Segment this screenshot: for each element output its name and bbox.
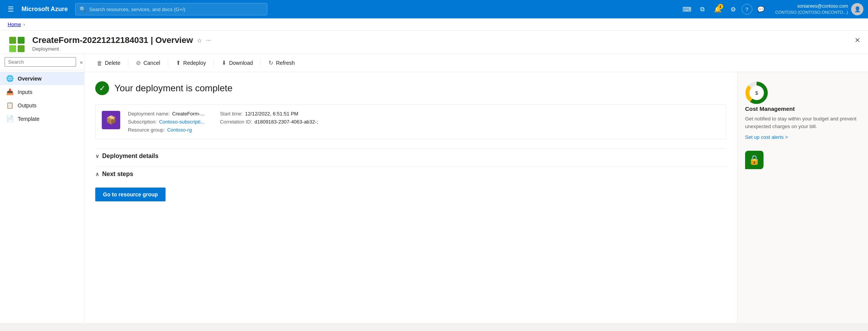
sidebar-item-template[interactable]: 📄 Template <box>0 112 84 125</box>
global-search-bar: 🔍 <box>75 3 267 15</box>
inputs-icon: 📥 <box>6 88 14 96</box>
hamburger-menu[interactable]: ☰ <box>5 3 17 15</box>
refresh-icon: ↻ <box>268 59 273 66</box>
toolbar-divider-3 <box>214 58 214 68</box>
refresh-button[interactable]: ↻ Refresh <box>264 57 299 69</box>
sidebar: « 🌐 Overview 📥 Inputs 📋 Outputs 📄 Templa… <box>0 54 84 323</box>
feedback-icon[interactable]: 💬 <box>754 2 768 16</box>
brand-name: Microsoft Azure <box>22 6 68 13</box>
cost-management-title: Cost Management <box>745 105 860 112</box>
next-steps-content: Go to resource group <box>95 181 726 207</box>
user-info-text: soniarees@contoso.com CONTOSO (CONTOSO.O… <box>775 3 848 15</box>
global-search-input[interactable] <box>89 7 263 12</box>
detail-row-name: Deployment name: CreateForm-... <box>128 111 205 117</box>
deployment-main: ✓ Your deployment is complete 📦 Deployme… <box>84 72 737 323</box>
delete-label: Delete <box>105 60 120 66</box>
breadcrumb-chevron: › <box>23 21 25 27</box>
sidebar-search-input[interactable] <box>5 57 76 67</box>
success-icon: ✓ <box>95 81 109 95</box>
toolbar-divider-4 <box>260 58 261 68</box>
close-icon[interactable]: ✕ <box>855 36 860 44</box>
next-steps-header[interactable]: ∧ Next steps <box>95 166 726 181</box>
user-profile[interactable]: soniarees@contoso.com CONTOSO (CONTOSO.O… <box>775 3 863 15</box>
download-label: Download <box>229 60 253 66</box>
sidebar-collapse-button[interactable]: « <box>78 58 84 67</box>
help-icon[interactable]: ? <box>742 4 752 15</box>
next-steps-chevron: ∧ <box>95 171 99 177</box>
title-row: CreateForm-20221212184031 | Overview ☆ ·… <box>32 35 860 45</box>
page-title: CreateForm-20221212184031 | Overview <box>32 35 193 45</box>
redeploy-button[interactable]: ⬆ Redeploy <box>171 57 210 69</box>
deployment-details-section: ∨ Deployment details <box>95 148 726 163</box>
correlation-id-value: d1809183-2307-4063-ab32-; <box>254 119 318 125</box>
toolbar: 🗑 Delete ⊘ Cancel ⬆ Redeploy ⬇ Download … <box>84 54 868 72</box>
download-icon: ⬇ <box>222 59 227 66</box>
toolbar-divider-1 <box>128 58 128 68</box>
sidebar-item-inputs[interactable]: 📥 Inputs <box>0 85 84 99</box>
success-message: Your deployment is complete <box>114 83 232 94</box>
sidebar-item-inputs-label: Inputs <box>18 89 32 95</box>
delete-icon: 🗑 <box>97 60 103 66</box>
detail-row-correlation: Correlation ID: d1809183-2307-4063-ab32-… <box>220 119 318 125</box>
toolbar-divider-2 <box>168 58 168 68</box>
page-header: CreateForm-20221212184031 | Overview ☆ ·… <box>0 31 868 54</box>
more-options-icon[interactable]: ··· <box>206 37 211 44</box>
cloud-shell-icon[interactable]: ⌨ <box>680 2 694 16</box>
portal-settings-icon[interactable]: ⧉ <box>696 2 709 16</box>
detail-row-resource-group: Resource group: Contoso-rg <box>128 127 205 133</box>
cancel-button[interactable]: ⊘ Cancel <box>131 57 165 69</box>
sidebar-item-outputs-label: Outputs <box>18 102 36 109</box>
breadcrumb-home[interactable]: Home <box>8 21 21 27</box>
search-icon: 🔍 <box>80 6 86 12</box>
cost-alerts-link[interactable]: Set up cost alerts > <box>745 134 788 140</box>
resource-group-label: Resource group: <box>128 127 165 133</box>
cost-management-widget: $ Cost Management Get notified to stay w… <box>745 81 860 140</box>
go-to-resource-group-button[interactable]: Go to resource group <box>95 188 166 201</box>
security-shield-icon: 🔒 <box>745 151 764 169</box>
detail-col-left: Deployment name: CreateForm-... Subscrip… <box>128 111 205 133</box>
top-nav-icons: ⌨ ⧉ 🔔1 ⚙ ? 💬 <box>680 2 768 16</box>
sidebar-item-outputs[interactable]: 📋 Outputs <box>0 99 84 112</box>
deployment-details-header[interactable]: ∨ Deployment details <box>95 148 726 163</box>
svg-text:$: $ <box>755 90 758 96</box>
start-time-label: Start time: <box>220 111 243 117</box>
delete-button[interactable]: 🗑 Delete <box>92 58 125 69</box>
user-org: CONTOSO (CONTOSO.ONCONTO...) <box>775 10 848 15</box>
breadcrumb: Home › <box>0 18 868 31</box>
pin-icon[interactable]: ☆ <box>197 37 202 44</box>
svg-rect-2 <box>9 45 16 52</box>
redeploy-label: Redeploy <box>183 60 206 66</box>
user-avatar[interactable]: 👤 <box>851 3 863 15</box>
subscription-label: Subscription: <box>128 119 157 125</box>
next-steps-section: ∧ Next steps Go to resource group <box>95 166 726 207</box>
notifications-icon[interactable]: 🔔1 <box>711 2 725 16</box>
sidebar-item-overview[interactable]: 🌐 Overview <box>0 72 84 85</box>
deployment-content: ✓ Your deployment is complete 📦 Deployme… <box>84 72 868 323</box>
deployment-details-chevron: ∨ <box>95 153 99 159</box>
cancel-icon: ⊘ <box>136 59 141 66</box>
deployment-details: Deployment name: CreateForm-... Subscrip… <box>128 111 318 133</box>
cost-donut-chart: $ <box>745 81 768 104</box>
correlation-id-label: Correlation ID: <box>220 119 252 125</box>
resource-group-link[interactable]: Contoso-rg <box>167 127 192 133</box>
page-subtitle: Deployment <box>32 46 860 52</box>
sidebar-item-template-label: Template <box>18 116 40 122</box>
deployment-name-label: Deployment name: <box>128 111 170 117</box>
template-icon: 📄 <box>6 115 14 122</box>
detail-row-subscription: Subscription: Contoso-subscripti... <box>128 119 205 125</box>
start-time-value: 12/12/2022, 6:51:51 PM <box>245 111 298 117</box>
sidebar-search-area: « <box>0 54 84 70</box>
cost-management-description: Get notified to stay within your budget … <box>745 115 860 130</box>
side-panel: $ Cost Management Get notified to stay w… <box>737 72 868 323</box>
deployment-details-label: Deployment details <box>102 153 159 160</box>
download-button[interactable]: ⬇ Download <box>217 57 257 69</box>
settings-icon[interactable]: ⚙ <box>726 2 740 16</box>
overview-icon: 🌐 <box>6 75 14 82</box>
next-steps-label: Next steps <box>102 171 133 178</box>
outputs-icon: 📋 <box>6 102 14 109</box>
main-layout: « 🌐 Overview 📥 Inputs 📋 Outputs 📄 Templa… <box>0 54 868 323</box>
deployment-info-box: 📦 Deployment name: CreateForm-... Subscr… <box>95 104 726 139</box>
user-email: soniarees@contoso.com <box>775 3 848 10</box>
sidebar-nav: 🌐 Overview 📥 Inputs 📋 Outputs 📄 Template <box>0 70 84 127</box>
subscription-link[interactable]: Contoso-subscripti... <box>159 119 205 125</box>
